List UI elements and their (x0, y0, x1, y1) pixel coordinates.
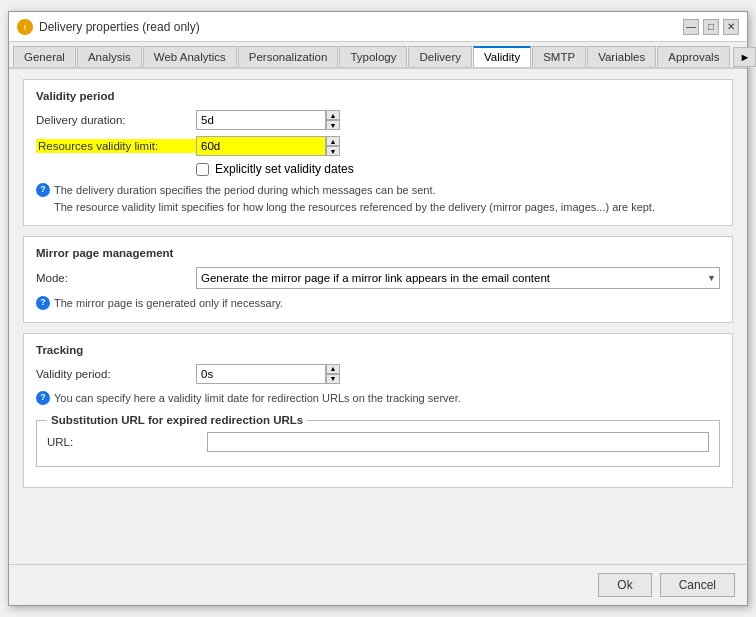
validity-info-line2: The resource validity limit specifies fo… (54, 199, 655, 216)
tracking-section: Tracking Validity period: ▲ ▼ ? You can … (23, 333, 733, 489)
delivery-duration-up-button[interactable]: ▲ (326, 110, 340, 120)
tab-smtp[interactable]: SMTP (532, 46, 586, 67)
tracking-validity-down-button[interactable]: ▼ (326, 374, 340, 384)
ok-button[interactable]: Ok (598, 573, 651, 597)
footer: Ok Cancel (9, 564, 747, 605)
validity-info-content: The delivery duration specifies the peri… (54, 182, 655, 215)
info-icon: ? (36, 183, 50, 197)
mirror-page-section: Mirror page management Mode: Generate th… (23, 236, 733, 323)
mirror-mode-label: Mode: (36, 272, 196, 284)
window-title: Delivery properties (read only) (39, 20, 200, 34)
substitution-url-fieldset: Substitution URL for expired redirection… (36, 414, 720, 467)
minimize-button[interactable]: — (683, 19, 699, 35)
tracking-validity-up-button[interactable]: ▲ (326, 364, 340, 374)
tab-general[interactable]: General (13, 46, 76, 67)
resources-validity-row: Resources validity limit: ▲ ▼ (36, 136, 720, 156)
url-label: URL: (47, 436, 207, 448)
tab-bar: General Analysis Web Analytics Personali… (9, 42, 747, 69)
resources-validity-spinner: ▲ ▼ (196, 136, 340, 156)
tracking-validity-spinner: ▲ ▼ (196, 364, 340, 384)
mirror-mode-select[interactable]: Generate the mirror page if a mirror lin… (196, 267, 720, 289)
cancel-button[interactable]: Cancel (660, 573, 735, 597)
mirror-info-content: The mirror page is generated only if nec… (54, 295, 283, 312)
tracking-validity-label: Validity period: (36, 368, 196, 380)
window-icon: ! (17, 19, 33, 35)
resources-validity-label: Resources validity limit: (36, 139, 196, 153)
content-area: Validity period Delivery duration: ▲ ▼ R… (9, 69, 747, 564)
delivery-duration-label: Delivery duration: (36, 114, 196, 126)
maximize-button[interactable]: □ (703, 19, 719, 35)
tracking-validity-input[interactable] (196, 364, 326, 384)
url-row: URL: (47, 432, 709, 452)
delivery-duration-input[interactable] (196, 110, 326, 130)
resources-validity-input[interactable] (196, 136, 326, 156)
tab-web-analytics[interactable]: Web Analytics (143, 46, 237, 67)
tab-nav-forward-button[interactable]: ► (733, 47, 756, 67)
tab-validity[interactable]: Validity (473, 46, 531, 67)
validity-info-line1: The delivery duration specifies the peri… (54, 182, 655, 199)
tab-delivery[interactable]: Delivery (408, 46, 472, 67)
svg-text:!: ! (24, 24, 26, 31)
validity-period-section: Validity period Delivery duration: ▲ ▼ R… (23, 79, 733, 226)
mirror-page-title: Mirror page management (36, 247, 720, 259)
mirror-info-text: ? The mirror page is generated only if n… (36, 295, 720, 312)
title-bar-left: ! Delivery properties (read only) (17, 19, 200, 35)
mirror-info-icon: ? (36, 296, 50, 310)
validity-dates-label: Explicitly set validity dates (215, 162, 354, 176)
tab-analysis[interactable]: Analysis (77, 46, 142, 67)
validity-period-title: Validity period (36, 90, 720, 102)
resources-validity-down-button[interactable]: ▼ (326, 146, 340, 156)
tab-personalization[interactable]: Personalization (238, 46, 339, 67)
tab-variables[interactable]: Variables (587, 46, 656, 67)
validity-info-text: ? The delivery duration specifies the pe… (36, 182, 720, 215)
validity-dates-checkbox-row: Explicitly set validity dates (196, 162, 720, 176)
title-bar: ! Delivery properties (read only) — □ ✕ (9, 12, 747, 42)
main-window: ! Delivery properties (read only) — □ ✕ … (8, 11, 748, 606)
mirror-mode-dropdown-wrapper: Generate the mirror page if a mirror lin… (196, 267, 720, 289)
delivery-duration-row: Delivery duration: ▲ ▼ (36, 110, 720, 130)
close-button[interactable]: ✕ (723, 19, 739, 35)
window-controls: — □ ✕ (683, 19, 739, 35)
resources-validity-up-button[interactable]: ▲ (326, 136, 340, 146)
resources-validity-spin-buttons: ▲ ▼ (326, 136, 340, 156)
tracking-info-icon: ? (36, 391, 50, 405)
tab-typology[interactable]: Typology (339, 46, 407, 67)
mirror-mode-row: Mode: Generate the mirror page if a mirr… (36, 267, 720, 289)
delivery-duration-spin-buttons: ▲ ▼ (326, 110, 340, 130)
tracking-info-text: ? You can specify here a validity limit … (36, 390, 720, 407)
delivery-duration-spinner: ▲ ▼ (196, 110, 340, 130)
tracking-validity-row: Validity period: ▲ ▼ (36, 364, 720, 384)
substitution-url-legend: Substitution URL for expired redirection… (47, 414, 307, 426)
tab-approvals[interactable]: Approvals (657, 46, 730, 67)
tracking-info-content: You can specify here a validity limit da… (54, 390, 461, 407)
url-input[interactable] (207, 432, 709, 452)
tracking-validity-spin-buttons: ▲ ▼ (326, 364, 340, 384)
delivery-duration-down-button[interactable]: ▼ (326, 120, 340, 130)
validity-dates-checkbox[interactable] (196, 163, 209, 176)
tracking-title: Tracking (36, 344, 720, 356)
